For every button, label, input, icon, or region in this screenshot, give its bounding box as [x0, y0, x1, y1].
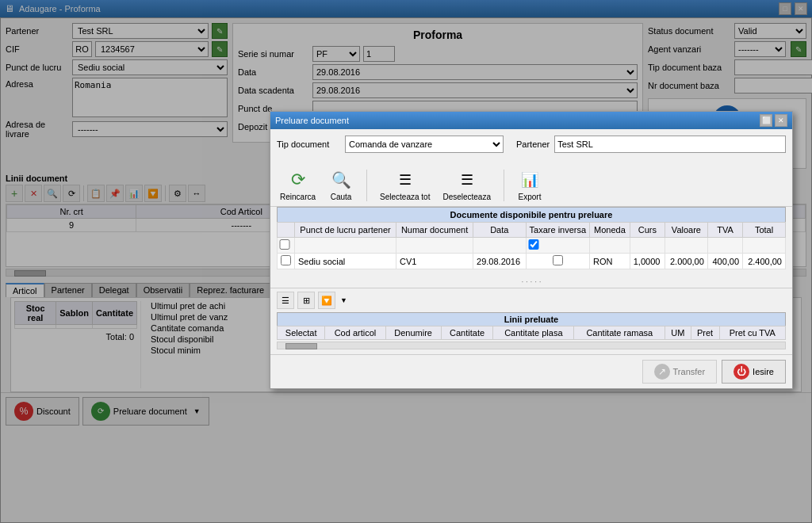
row-check-cell [278, 254, 295, 269]
modal-close-btn[interactable]: ✕ [775, 114, 787, 127]
col-data-doc: Data [473, 223, 527, 238]
modal-title-bar: Preluare document ⬜ ✕ [270, 112, 792, 129]
selecteaza-tot-btn[interactable]: ☰ Selecteaza tot [377, 167, 433, 203]
lb-btn2[interactable]: ⊞ [297, 292, 315, 309]
linii-toolbar: ☰ ⊞ 🔽 ▼ [277, 292, 786, 309]
cell-punct: Sediu social [295, 254, 396, 269]
col-punct-partener: Punct de lucru partener [295, 223, 396, 238]
filter-taxare-check[interactable] [528, 239, 539, 250]
filter-numar-cell [396, 238, 473, 254]
lb-btn1[interactable]: ☰ [277, 292, 294, 309]
transfer-label: Transfer [673, 367, 706, 376]
filter-total-cell [743, 238, 786, 254]
col-moneda: Moneda [590, 223, 630, 238]
preluare-modal: Preluare document ⬜ ✕ Tip document Coman… [270, 111, 793, 389]
filter-data-cell [473, 238, 527, 254]
docuri-table-title: Documente disponibile pentru preluare [277, 207, 786, 222]
deselecteaza-label: Deselecteaza [442, 193, 491, 201]
cell-valoare: 2.000,00 [665, 254, 708, 269]
linii-preluate-title: Linii preluate [277, 312, 786, 326]
lb-arrow[interactable]: ▼ [340, 296, 347, 304]
modal-docuri-table: Punct de lucru partener Numar document D… [277, 222, 786, 269]
filter-row [278, 238, 786, 254]
filter-valoare-cell [665, 238, 708, 254]
toolbar-sep2 [504, 170, 504, 201]
linii-col-cant-ramasa: Cantitate ramasa [574, 326, 665, 340]
reincarca-icon: ⟳ [285, 169, 311, 191]
col-taxare-inversa: Taxare inversa [526, 223, 590, 238]
col-numar-doc: Numar document [396, 223, 473, 238]
modal-tip-doc-select[interactable]: Comanda de vanzare [345, 136, 504, 153]
export-btn[interactable]: 📊 Export [514, 167, 546, 203]
cell-numar-doc: CV1 [396, 254, 473, 269]
filter-moneda-cell [590, 238, 630, 254]
cell-data-doc: 29.08.2016 [473, 254, 527, 269]
iesire-modal-btn[interactable]: ⏻ Iesire [722, 360, 786, 384]
iesire-label: Iesire [753, 367, 774, 376]
filter-punct-cell [295, 238, 396, 254]
modal-table-section: Documente disponibile pentru preluare Pu… [270, 207, 792, 276]
linii-table: Selectat Cod articol Denumire Cantitate … [277, 326, 786, 340]
cauta-icon: 🔍 [328, 169, 354, 191]
cell-taxare [526, 254, 590, 269]
row-check[interactable] [281, 255, 291, 265]
linii-col-pret-tva: Pret cu TVA [719, 326, 785, 340]
modal-partener-input[interactable] [554, 136, 786, 153]
linii-scrollbar[interactable] [277, 342, 786, 349]
linii-col-um: UM [665, 326, 691, 340]
cell-moneda: RON [590, 254, 630, 269]
modal-content: Tip document Comanda de vanzare Partener [270, 129, 792, 164]
modal-restore-btn[interactable]: ⬜ [760, 114, 772, 127]
cell-total: 2.400,00 [743, 254, 786, 269]
filter-tva-cell [707, 238, 742, 254]
reincarca-label: Reincarca [280, 193, 316, 201]
linii-col-cant-plasa: Cantitate plasa [493, 326, 574, 340]
col-total: Total [743, 223, 786, 238]
deselecteaza-icon: ☰ [454, 169, 480, 191]
modal-tip-doc-label: Tip document [277, 139, 340, 149]
filter-curs-cell [630, 238, 665, 254]
col-check [278, 223, 295, 238]
linii-col-cod: Cod articol [325, 326, 385, 340]
cell-curs: 1,0000 [630, 254, 665, 269]
modal-bottom: ☰ ⊞ 🔽 ▼ Linii preluate Selectat Cod arti… [270, 288, 792, 354]
linii-col-pret: Pret [691, 326, 719, 340]
toolbar-sep1 [366, 170, 367, 201]
export-icon: 📊 [517, 169, 542, 191]
filter-taxare-cell [526, 238, 590, 254]
deselecteaza-btn[interactable]: ☰ Deselecteaza [439, 167, 494, 203]
modal-tip-doc-row: Tip document Comanda de vanzare Partener [277, 136, 786, 153]
col-curs: Curs [630, 223, 665, 238]
taxare-check[interactable] [553, 255, 563, 265]
selecteaza-tot-icon: ☰ [393, 169, 418, 191]
export-label: Export [519, 193, 542, 201]
modal-toolbar: ⟳ Reincarca 🔍 Cauta ☰ Selecteaza tot ☰ D… [270, 164, 792, 207]
linii-col-selectat: Selectat [278, 326, 325, 340]
filter-check[interactable] [279, 239, 290, 250]
linii-scrollbar-thumb [285, 343, 317, 349]
cauta-label: Cauta [331, 193, 352, 201]
iesire-icon: ⏻ [733, 364, 749, 380]
transfer-btn[interactable]: ↗ Transfer [642, 360, 718, 384]
linii-col-cantitate: Cantitate [441, 326, 493, 340]
lb-btn3[interactable]: 🔽 [318, 292, 335, 309]
filter-check-cell [278, 238, 295, 254]
modal-separator: · · · · · [270, 276, 792, 288]
table-row[interactable]: Sediu social CV1 29.08.2016 RON 1,0000 2… [278, 254, 786, 269]
modal-title: Preluare document [275, 116, 349, 125]
col-tva: TVA [707, 223, 742, 238]
transfer-icon: ↗ [654, 364, 670, 380]
reincarca-btn[interactable]: ⟳ Reincarca [277, 167, 319, 203]
cell-tva: 400,00 [707, 254, 742, 269]
linii-col-denumire: Denumire [385, 326, 441, 340]
modal-partener-label: Partener [516, 139, 550, 149]
modal-footer: ↗ Transfer ⏻ Iesire [270, 354, 792, 388]
col-valoare: Valoare [665, 223, 708, 238]
cauta-btn[interactable]: 🔍 Cauta [325, 167, 357, 203]
modal-overlay: Preluare document ⬜ ✕ Tip document Coman… [0, 0, 812, 523]
selecteaza-tot-label: Selecteaza tot [380, 193, 430, 201]
